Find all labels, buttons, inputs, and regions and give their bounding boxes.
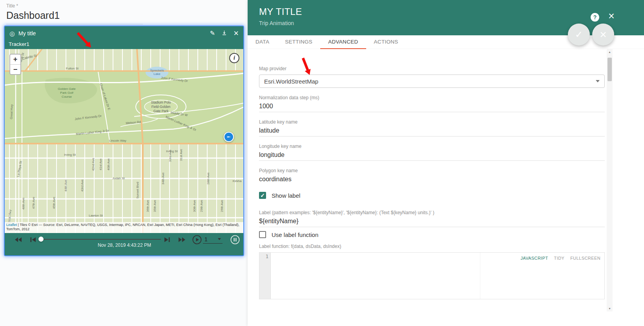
map-label: 33rd Ave (168, 149, 172, 162)
map-label: Course (62, 95, 72, 98)
bullseye-icon: ◎ (9, 30, 15, 37)
widget-header: ◎ My title ✎ × (5, 26, 243, 40)
time-slider[interactable] (41, 239, 161, 240)
map-label: Golden Gate (58, 87, 76, 91)
map-provider-value: Esri.WorldStreetMap (264, 78, 318, 85)
speed-value: 1 (204, 236, 208, 242)
tab-data[interactable]: DATA (248, 35, 277, 49)
speed-select[interactable]: 1 (203, 235, 223, 244)
label-pattern-input[interactable]: ${entityName} (259, 217, 605, 227)
skip-next-button[interactable] (163, 236, 171, 244)
latitude-key-field: Latitude key name latitude (259, 119, 605, 137)
edit-widget-button[interactable]: ✎ (210, 30, 215, 36)
fast-forward-button[interactable] (178, 236, 186, 244)
dashboard-title-input[interactable]: Dashboard1 (6, 10, 143, 24)
zoom-control: + − (9, 54, 21, 75)
map-attribution: Leaflet | Tiles © Esri — Source: Esri, D… (5, 222, 243, 233)
map-label: 44th Ave (64, 179, 68, 192)
map-label: 41st Ave (99, 158, 102, 170)
longitude-key-label: Longitude key name (259, 144, 605, 149)
editor-line-number: 1 (259, 254, 268, 259)
label-function-editor[interactable]: 1 JAVASCRIPT TIDY FULLSCREEN (259, 252, 605, 299)
map-label: 34th Ave (161, 172, 165, 185)
trip-marker[interactable] (224, 132, 234, 142)
apply-button[interactable]: ✓ (568, 24, 590, 46)
help-button[interactable]: ? (591, 13, 599, 22)
show-label-row: Show label (259, 192, 605, 199)
map-label: 45th Ave (52, 197, 56, 209)
fullscreen-button[interactable]: FULLSCREEN (570, 256, 600, 260)
show-label-checkbox[interactable] (259, 192, 266, 199)
zoom-out-button[interactable]: − (10, 64, 20, 74)
map-label: Field-Golden (151, 105, 171, 109)
map-label: 47th Ave (32, 197, 35, 209)
leaflet-link[interactable]: Leaflet (6, 223, 17, 227)
download-widget-button[interactable] (221, 30, 227, 37)
tidy-button[interactable]: TIDY (554, 256, 565, 260)
map-label: 28th Ave (206, 172, 210, 185)
javascript-mode-button[interactable]: JAVASCRIPT (520, 256, 548, 260)
fast-rewind-button[interactable] (14, 236, 22, 244)
polygon-key-field: Polygon key name coordinates (259, 168, 605, 185)
map-label: Kirkha (233, 179, 242, 183)
use-label-function-checkbox[interactable] (259, 231, 266, 238)
content-scrollbar[interactable]: ▲ ▼ (607, 49, 613, 311)
dialog-title: MY TITLE (259, 6, 644, 17)
dashboard-edit-pane: Title * Dashboard1 ◎ My title ✎ × Tracke… (0, 0, 248, 326)
skip-previous-button[interactable] (29, 236, 37, 244)
zoom-in-button[interactable]: + (10, 55, 20, 64)
cancel-button[interactable]: × (592, 24, 614, 46)
widget-config-dialog: MY TITLE Trip Animation ? × ✓ × DATA SET… (248, 0, 644, 326)
map-label: 48th Ave (22, 197, 25, 210)
map-label: 35th Ave (153, 200, 157, 212)
screen: Title * Dashboard1 ◎ My title ✎ × Tracke… (0, 0, 644, 326)
dashboard-title-field[interactable]: Title * Dashboard1 (6, 3, 143, 24)
map-label: Park Golf (60, 91, 73, 95)
polygon-key-input[interactable]: coordinates (259, 175, 605, 185)
download-icon (221, 30, 227, 36)
label-function-label: Label function: f(data, dsData, dsIndex) (259, 244, 605, 249)
play-button[interactable] (192, 235, 202, 245)
scroll-down-arrow[interactable]: ▼ (607, 306, 613, 311)
tab-advanced[interactable]: ADVANCED (320, 35, 366, 49)
map-label: 29th Ave (200, 200, 203, 212)
close-widget-button[interactable]: × (234, 30, 239, 36)
map-label: Spreckels (150, 69, 164, 72)
scrollbar-thumb[interactable] (608, 58, 612, 81)
use-label-function-label: Use label function (272, 231, 318, 238)
tab-actions[interactable]: ACTIONS (366, 35, 406, 49)
trip-animation-widget[interactable]: ◎ My title ✎ × Tracker1 (4, 25, 244, 256)
tab-settings[interactable]: SETTINGS (277, 35, 320, 49)
map-label: 26th Ave (220, 200, 224, 212)
pause-button[interactable] (230, 235, 240, 245)
attribution-text: | Tiles © Esri — Source: Esri, DeLorme, … (6, 223, 239, 231)
map-label: Lincoln Way (109, 139, 126, 142)
latitude-key-label: Latitude key name (259, 119, 605, 125)
editor-gutter: 1 (259, 253, 271, 299)
show-label-label: Show label (272, 192, 300, 199)
map-label: Sunset Blvd (136, 182, 139, 199)
normalization-step-input[interactable]: 1000 (259, 102, 605, 112)
latitude-key-input[interactable]: latitude (259, 127, 605, 137)
map-label: 31st Ave (179, 149, 183, 161)
time-slider-handle[interactable] (38, 237, 44, 242)
map-provider-label: Map provider (259, 66, 605, 71)
scroll-up-arrow[interactable]: ▲ (607, 49, 613, 55)
map-label: Great Hwy (9, 104, 13, 119)
dialog-close-button[interactable]: × (608, 10, 615, 22)
map-label: Gate Park (153, 109, 169, 113)
dialog-subtitle: Trip Animation (259, 20, 644, 26)
info-button[interactable]: i (229, 53, 239, 63)
map-tiles: Cabrillo StLa Playa StFulton StSpreckels… (5, 49, 243, 233)
dashboard-title-label: Title * (6, 3, 143, 9)
longitude-key-field: Longitude key name longitude (259, 144, 605, 161)
label-pattern-label: Label (pattern examples: '${entityName}'… (259, 210, 605, 215)
label-pattern-field: Label (pattern examples: '${entityName}'… (259, 210, 605, 227)
longitude-key-input[interactable]: longitude (259, 151, 605, 161)
dialog-content: Map provider Esri.WorldStreetMap Normali… (248, 49, 644, 311)
normalization-step-field: Normalization data step (ms) 1000 (259, 95, 605, 112)
map-label: Fulton St (66, 67, 79, 70)
map-label: Irving St (64, 153, 76, 157)
map-provider-select[interactable]: Esri.WorldStreetMap (259, 75, 605, 88)
map[interactable]: Cabrillo StLa Playa StFulton StSpreckels… (5, 49, 243, 233)
